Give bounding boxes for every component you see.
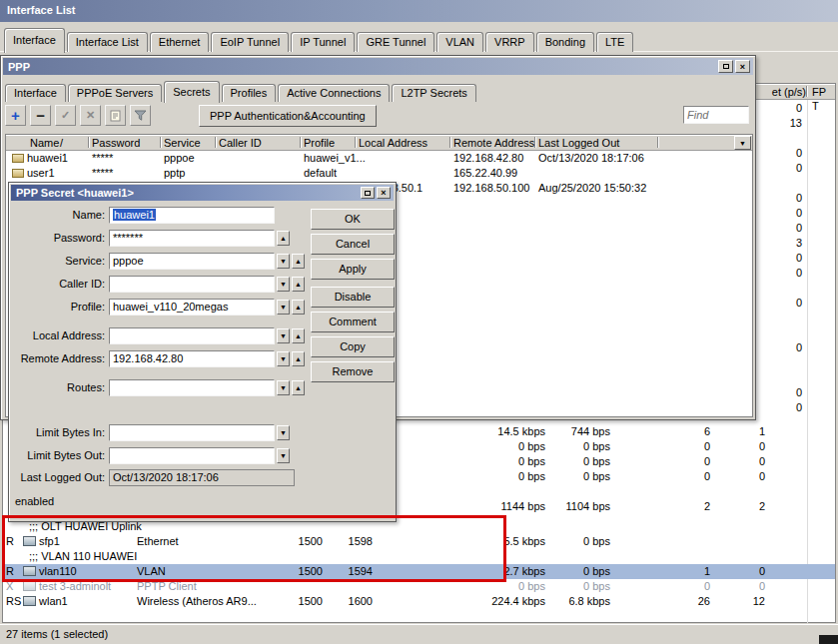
dropdown-icon[interactable]: ▼ <box>277 351 290 366</box>
column-header-profile[interactable]: Profile <box>304 136 335 150</box>
password-input[interactable]: ******* <box>109 230 275 247</box>
secret-remote-address: 165.22.40.99 <box>453 166 517 181</box>
l2-mtu: 1600 <box>313 594 373 609</box>
ppp-tab[interactable]: Active Connections <box>278 84 390 102</box>
rx-rate: 6.8 kbps <box>510 594 610 609</box>
comment-button[interactable] <box>105 105 126 126</box>
ppp-secret-icon <box>12 154 24 163</box>
field-up-icon[interactable]: ▲ <box>292 380 305 395</box>
interface-list-tab[interactable]: VRRP <box>485 32 534 52</box>
rx-packet: 12 <box>685 594 765 609</box>
add-button[interactable]: + <box>5 105 26 126</box>
enable-button[interactable]: ✓ <box>55 105 76 126</box>
ppp-titlebar[interactable]: PPP × <box>3 58 753 75</box>
ok-button[interactable]: OK <box>311 209 395 230</box>
wireless-interface-icon <box>23 596 36 606</box>
secret-last-logged-out: Oct/13/2020 18:17:06 <box>538 151 644 166</box>
field-up-icon[interactable]: ▲ <box>277 231 290 246</box>
field-up-icon[interactable]: ▲ <box>292 254 305 269</box>
field-up-icon[interactable]: ▲ <box>292 328 305 343</box>
interface-list-tabbar: InterfaceInterface ListEthernetEoIP Tunn… <box>2 24 836 52</box>
interface-list-tab[interactable]: Bonding <box>536 32 594 52</box>
remove-button[interactable]: Remove <box>311 361 395 382</box>
ppp-tab[interactable]: Profiles <box>222 84 277 102</box>
chevron-down-icon: ▼ <box>739 140 746 147</box>
field-up-icon[interactable]: ▲ <box>292 351 305 366</box>
ppp-secret-row[interactable]: user1 ***** pptp default 165.22.40.99 <box>6 166 752 181</box>
remote-address-input[interactable]: 192.168.42.80 <box>109 350 275 367</box>
disable-button[interactable]: Disable <box>311 287 395 308</box>
cancel-button[interactable]: Cancel <box>311 234 395 255</box>
filter-button[interactable] <box>130 105 151 126</box>
interface-list-tab[interactable]: GRE Tunnel <box>357 32 434 52</box>
column-select-button[interactable]: ▼ <box>734 136 751 150</box>
name-input[interactable]: huawei1 <box>109 207 275 224</box>
secret-service: pppoe <box>164 151 195 166</box>
interface-list-tab[interactable]: LTE <box>596 32 633 52</box>
dialog-close-button[interactable]: × <box>377 187 391 199</box>
ppp-tab[interactable]: Secrets <box>164 81 219 103</box>
column-header-last-logged-out[interactable]: Last Logged Out <box>538 136 619 150</box>
local-address-input[interactable] <box>109 327 275 344</box>
caller-id-input[interactable] <box>109 276 275 293</box>
column-header-name[interactable]: Name <box>30 136 59 150</box>
comment-button[interactable]: Comment <box>311 312 395 332</box>
find-input[interactable] <box>683 106 749 124</box>
dropdown-icon[interactable]: ▼ <box>277 254 290 269</box>
field-up-icon[interactable]: ▲ <box>292 300 305 315</box>
routes-label: Routes: <box>13 379 105 396</box>
interface-list-titlebar[interactable]: Interface List <box>0 0 838 22</box>
profile-label: Profile: <box>13 299 105 316</box>
interface-list-tab[interactable]: VLAN <box>436 32 483 52</box>
restore-button[interactable] <box>361 187 375 199</box>
cross-icon: ✕ <box>86 110 95 121</box>
dropdown-icon[interactable]: ▼ <box>277 328 290 343</box>
interface-row-wlan1[interactable]: RS wlan1 Wireless (Atheros AR9... 1500 1… <box>3 594 835 609</box>
secret-name: user1 <box>27 166 55 181</box>
limit-bytes-in-input[interactable] <box>109 424 275 441</box>
dropdown-icon[interactable]: ▼ <box>277 425 290 440</box>
interface-list-tab[interactable]: Interface List <box>67 32 148 52</box>
limit-bytes-out-label: Limit Bytes Out: <box>13 447 105 464</box>
apply-button[interactable]: Apply <box>311 259 395 280</box>
column-header-service[interactable]: Service <box>164 136 201 150</box>
dropdown-icon[interactable]: ▼ <box>277 448 290 463</box>
column-header-local-address[interactable]: Local Address <box>359 136 427 150</box>
ppp-secrets-column-header: Name / Password Service Caller ID Profil… <box>6 135 752 151</box>
copy-button[interactable]: Copy <box>311 336 395 357</box>
local-address-label: Local Address: <box>13 327 105 344</box>
items-count: 27 items (1 selected) <box>6 628 108 640</box>
interface-type: Wireless (Atheros AR9... <box>137 594 257 609</box>
minimize-button[interactable] <box>718 60 733 73</box>
dropdown-icon[interactable]: ▼ <box>277 277 290 292</box>
column-header-remote-address[interactable]: Remote Address <box>453 136 534 150</box>
column-header-caller-id[interactable]: Caller ID <box>219 136 262 150</box>
disable-button[interactable]: ✕ <box>80 105 101 126</box>
rx-rate: 0 bps <box>510 454 610 469</box>
interface-list-tab[interactable]: IP Tunnel <box>291 32 355 52</box>
ppp-tab[interactable]: PPPoE Servers <box>68 84 162 102</box>
column-separator <box>657 137 659 148</box>
dropdown-icon[interactable]: ▼ <box>277 380 290 395</box>
dialog-titlebar[interactable]: PPP Secret <huawei1> × <box>11 185 394 201</box>
interface-list-tab[interactable]: Interface <box>4 28 65 53</box>
ppp-tabbar: InterfacePPPoE ServersSecretsProfilesAct… <box>3 79 755 102</box>
ppp-tab[interactable]: L2TP Secrets <box>392 84 475 102</box>
ppp-aaa-button[interactable]: PPP Authentication&Accounting <box>199 105 377 127</box>
ppp-secret-row[interactable]: huawei1 ***** pppoe huawei_v1... 192.168… <box>6 151 752 166</box>
field-up-icon[interactable]: ▲ <box>292 277 305 292</box>
limit-bytes-out-field-row: Limit Bytes Out: ▼ <box>13 447 395 464</box>
routes-input[interactable] <box>109 379 275 396</box>
close-button[interactable]: × <box>735 60 750 73</box>
service-input[interactable]: pppoe <box>109 253 275 270</box>
column-header-packet-ps[interactable]: et (p/s) <box>766 85 806 99</box>
column-header-fp-tx[interactable]: FP T <box>812 85 835 113</box>
dropdown-icon[interactable]: ▼ <box>277 300 290 315</box>
interface-list-tab[interactable]: Ethernet <box>150 32 210 52</box>
profile-input[interactable]: huawei_v110_20megas <box>109 299 275 316</box>
column-header-password[interactable]: Password <box>92 136 140 150</box>
remove-button[interactable]: − <box>30 105 51 126</box>
limit-bytes-out-input[interactable] <box>109 447 275 464</box>
ppp-tab[interactable]: Interface <box>5 84 66 102</box>
interface-list-tab[interactable]: EoIP Tunnel <box>211 32 289 52</box>
